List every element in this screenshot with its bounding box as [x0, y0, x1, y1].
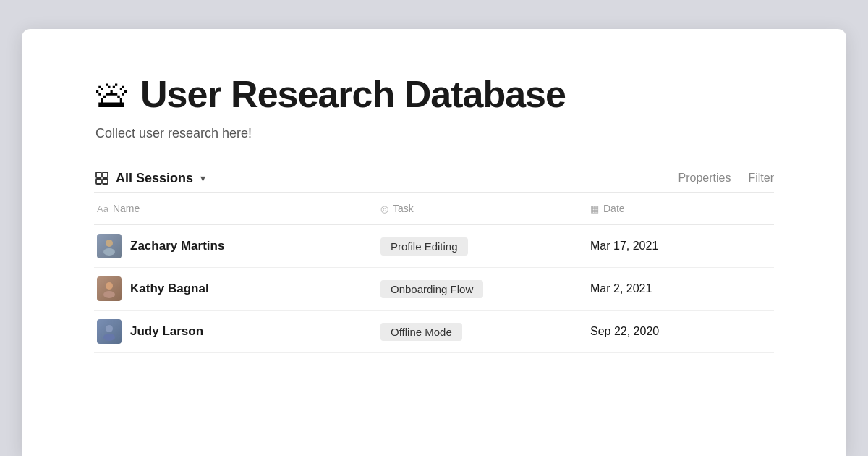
- person-cell: Kathy Bagnal: [97, 276, 209, 301]
- date-value: Mar 17, 2021: [590, 240, 658, 253]
- svg-rect-1: [103, 172, 108, 177]
- toolbar: All Sessions ▾ Properties Filter: [94, 170, 774, 186]
- page-title-row: 🛎 User Research Database: [94, 72, 774, 116]
- app-window: 🛎 User Research Database Collect user re…: [22, 29, 846, 456]
- task-cell: Profile Editing: [369, 229, 579, 264]
- date-cell: Mar 17, 2021: [579, 231, 774, 261]
- svg-rect-0: [96, 172, 101, 177]
- col-task-label: Task: [393, 203, 414, 214]
- task-tag: Offline Mode: [380, 323, 462, 341]
- task-cell: Onboarding Flow: [369, 271, 579, 307]
- text-icon: Aa: [97, 203, 109, 214]
- svg-point-5: [103, 248, 115, 256]
- page-title: User Research Database: [140, 72, 566, 116]
- table-header: Aa Name ◎ Task ▦ Date: [94, 193, 774, 225]
- toolbar-right: Properties Filter: [678, 172, 774, 185]
- bell-icon: 🛎: [94, 75, 132, 113]
- svg-rect-2: [96, 179, 101, 184]
- col-date-label: Date: [603, 203, 625, 214]
- svg-point-8: [106, 325, 113, 332]
- properties-button[interactable]: Properties: [678, 172, 731, 185]
- table-row[interactable]: Zachary Martins Profile Editing Mar 17, …: [94, 225, 774, 268]
- svg-point-9: [103, 334, 115, 341]
- name-cell: Judy Larson: [94, 311, 369, 352]
- svg-rect-3: [103, 179, 108, 184]
- avatar: [97, 234, 122, 258]
- svg-point-6: [106, 282, 113, 290]
- col-name-label: Name: [113, 203, 140, 214]
- view-selector[interactable]: All Sessions ▾: [94, 170, 205, 186]
- calendar-icon: ▦: [590, 203, 599, 214]
- avatar: [97, 276, 122, 301]
- view-label: All Sessions: [116, 171, 193, 186]
- date-cell: Sep 22, 2020: [579, 316, 774, 347]
- avatar: [97, 319, 122, 344]
- name-cell: Kathy Bagnal: [94, 268, 369, 310]
- task-icon: ◎: [380, 203, 388, 214]
- svg-point-7: [103, 291, 115, 298]
- grid-icon: [94, 170, 110, 186]
- filter-button[interactable]: Filter: [748, 172, 774, 185]
- date-value: Sep 22, 2020: [590, 325, 659, 338]
- main-content: 🛎 User Research Database Collect user re…: [22, 29, 846, 456]
- task-tag: Profile Editing: [380, 237, 468, 256]
- col-header-date: ▦ Date: [579, 200, 774, 217]
- col-header-task: ◎ Task: [369, 200, 579, 217]
- person-cell: Judy Larson: [97, 319, 203, 344]
- date-value: Mar 2, 2021: [590, 282, 652, 295]
- svg-point-4: [106, 240, 113, 247]
- col-header-name: Aa Name: [94, 200, 369, 217]
- task-tag: Onboarding Flow: [380, 280, 483, 298]
- person-name: Zachary Martins: [130, 239, 224, 253]
- date-cell: Mar 2, 2021: [579, 274, 774, 304]
- name-cell: Zachary Martins: [94, 225, 369, 267]
- person-name: Judy Larson: [130, 324, 203, 339]
- data-table: Aa Name ◎ Task ▦ Date: [94, 192, 774, 353]
- table-row[interactable]: Kathy Bagnal Onboarding Flow Mar 2, 2021: [94, 268, 774, 311]
- page-subtitle: Collect user research here!: [95, 126, 774, 141]
- chevron-down-icon: ▾: [200, 172, 205, 184]
- task-cell: Offline Mode: [369, 314, 579, 350]
- person-cell: Zachary Martins: [97, 234, 224, 258]
- table-row[interactable]: Judy Larson Offline Mode Sep 22, 2020: [94, 311, 774, 353]
- person-name: Kathy Bagnal: [130, 282, 209, 296]
